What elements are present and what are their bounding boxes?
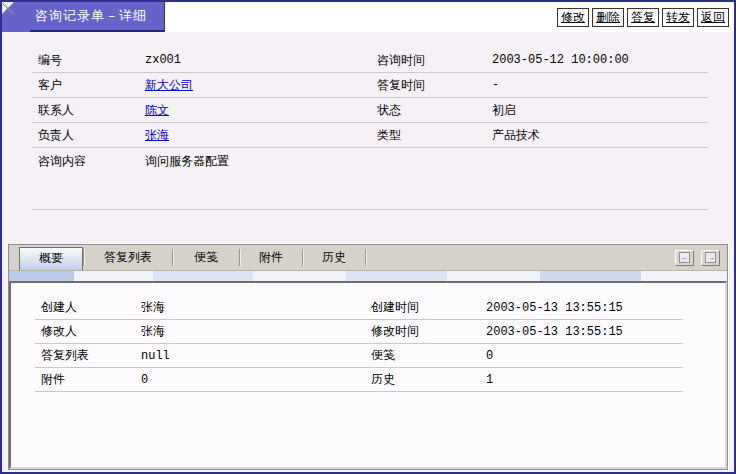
- field-label: 创建人: [35, 296, 135, 320]
- field-value: 2003-05-13 13:55:15: [480, 320, 683, 344]
- tab-scrollbar-track[interactable]: [9, 270, 727, 281]
- field-label: 便笺: [365, 344, 480, 368]
- field-value: null: [135, 344, 365, 368]
- tab-attachment[interactable]: 附件: [240, 245, 302, 270]
- field-label: 类型: [371, 123, 486, 148]
- tab-scroll-left-button[interactable]: ←: [675, 250, 694, 266]
- tab-scroll-right-button[interactable]: →: [701, 250, 720, 266]
- delete-button[interactable]: 删除: [592, 8, 624, 27]
- owner-link[interactable]: 张海: [145, 128, 169, 142]
- field-value: 1: [480, 368, 683, 392]
- field-value: 询问服务器配置: [139, 148, 708, 210]
- field-label: 答复列表: [35, 344, 135, 368]
- tab-separator: [365, 249, 366, 266]
- field-value: zx001: [139, 48, 371, 73]
- summary-tab-content: 创建人 张海 创建时间 2003-05-13 13:55:15 修改人 张海 修…: [9, 281, 727, 469]
- field-value: 0: [135, 368, 365, 392]
- page-title: 咨询记录单－详细: [2, 2, 165, 32]
- toolbar: 修改 删除 答复 转发 返回: [557, 8, 729, 27]
- field-label: 客户: [32, 73, 139, 98]
- field-label: 修改人: [35, 320, 135, 344]
- field-label: 创建时间: [365, 296, 480, 320]
- page-corner-icon: [2, 2, 14, 14]
- table-row: 答复列表 null 便笺 0: [35, 344, 683, 368]
- field-label: 咨询内容: [32, 148, 139, 210]
- field-label: 附件: [35, 368, 135, 392]
- field-value: 初启: [486, 98, 708, 123]
- tab-strip: 概要 答复列表 便笺 附件 历史 ← →: [9, 245, 727, 270]
- field-label: 答复时间: [371, 73, 486, 98]
- right-arrow-icon: →: [705, 252, 716, 263]
- tab-history[interactable]: 历史: [303, 245, 365, 270]
- reply-button[interactable]: 答复: [627, 8, 659, 27]
- forward-button[interactable]: 转发: [662, 8, 694, 27]
- table-row: 联系人 陈文 状态 初启: [32, 98, 708, 123]
- field-label: 历史: [365, 368, 480, 392]
- field-label: 编号: [32, 48, 139, 73]
- table-row: 附件 0 历史 1: [35, 368, 683, 392]
- table-row: 咨询内容 询问服务器配置: [32, 148, 708, 210]
- consultation-detail-window: 咨询记录单－详细 修改 删除 答复 转发 返回 编号 zx001 咨询时间 20…: [0, 0, 736, 474]
- field-value: 2003-05-13 13:55:15: [480, 296, 683, 320]
- field-value: 2003-05-12 10:00:00: [486, 48, 708, 73]
- field-value: 产品技术: [486, 123, 708, 148]
- field-value: 张海: [135, 320, 365, 344]
- detail-tab-panel: 概要 答复列表 便笺 附件 历史 ← → 创建人 张海: [8, 244, 728, 470]
- field-label: 状态: [371, 98, 486, 123]
- modify-button[interactable]: 修改: [557, 8, 589, 27]
- field-label: 联系人: [32, 98, 139, 123]
- field-value: 0: [480, 344, 683, 368]
- contact-link[interactable]: 陈文: [145, 103, 169, 117]
- tab-summary[interactable]: 概要: [19, 247, 83, 270]
- summary-table: 创建人 张海 创建时间 2003-05-13 13:55:15 修改人 张海 修…: [35, 296, 683, 392]
- field-label: 负责人: [32, 123, 139, 148]
- field-value: 张海: [135, 296, 365, 320]
- table-row: 负责人 张海 类型 产品技术: [32, 123, 708, 148]
- field-label: 咨询时间: [371, 48, 486, 73]
- tab-reply-list[interactable]: 答复列表: [84, 245, 172, 270]
- record-form: 编号 zx001 咨询时间 2003-05-12 10:00:00 客户 新大公…: [2, 32, 734, 210]
- table-row: 修改人 张海 修改时间 2003-05-13 13:55:15: [35, 320, 683, 344]
- table-row: 创建人 张海 创建时间 2003-05-13 13:55:15: [35, 296, 683, 320]
- return-button[interactable]: 返回: [697, 8, 729, 27]
- table-row: 编号 zx001 咨询时间 2003-05-12 10:00:00: [32, 48, 708, 73]
- header-bar: 咨询记录单－详细 修改 删除 答复 转发 返回: [2, 2, 734, 32]
- field-label: 修改时间: [365, 320, 480, 344]
- field-value: -: [486, 73, 708, 98]
- tab-memo[interactable]: 便笺: [173, 245, 239, 270]
- customer-link[interactable]: 新大公司: [145, 78, 193, 92]
- tab-scroll-buttons: ← →: [675, 250, 720, 266]
- left-arrow-icon: ←: [679, 252, 690, 263]
- table-row: 客户 新大公司 答复时间 -: [32, 73, 708, 98]
- record-form-table: 编号 zx001 咨询时间 2003-05-12 10:00:00 客户 新大公…: [32, 48, 708, 210]
